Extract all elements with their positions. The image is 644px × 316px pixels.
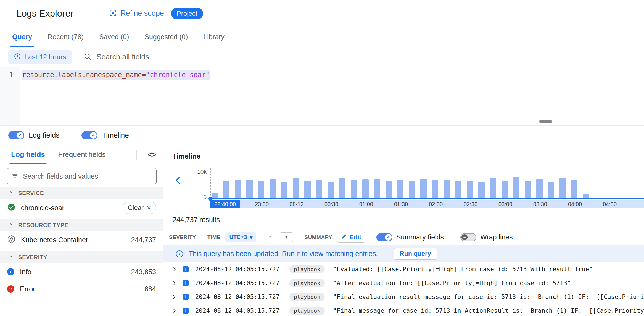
timeline-bar[interactable] xyxy=(490,178,496,198)
timeline-x-label: 03:30 xyxy=(533,200,547,208)
query-editor[interactable]: 1 resource.labels.namespace_name="chroni… xyxy=(0,67,644,126)
timeline-bar[interactable] xyxy=(397,180,403,198)
timeline-bar[interactable] xyxy=(525,181,531,198)
timezone-selector[interactable]: UTC+3 ▾ xyxy=(225,232,256,242)
tab-log-fields[interactable]: Log fields xyxy=(4,145,52,164)
timeline-bar[interactable] xyxy=(270,179,276,198)
timeline-bar[interactable] xyxy=(362,179,369,198)
timeline-bar[interactable] xyxy=(583,194,589,198)
timeline-bars[interactable] xyxy=(212,171,644,198)
timeline-bar[interactable] xyxy=(328,182,334,198)
summary-column-label: SUMMARY xyxy=(304,234,332,240)
log-row[interactable]: i2024-08-12 04:05:15.727playbook"After e… xyxy=(163,276,644,290)
field-badge[interactable]: playbook xyxy=(289,265,325,273)
clear-filter-button[interactable]: Clear × xyxy=(123,202,156,214)
timeline-bar[interactable] xyxy=(409,181,415,198)
timeline-bar[interactable] xyxy=(246,180,253,198)
field-item-info[interactable]: i Info 243,853 xyxy=(0,263,163,280)
summary-fields-toggle[interactable]: ✓ xyxy=(376,233,392,241)
search-all-fields[interactable] xyxy=(83,52,644,62)
run-query-button[interactable]: Run query xyxy=(394,248,437,260)
time-range-button[interactable]: Last 12 hours xyxy=(8,50,72,64)
expand-chevron-icon[interactable] xyxy=(171,308,177,314)
field-item-count: 884 xyxy=(144,285,156,293)
wrap-lines-toggle[interactable]: − xyxy=(460,233,476,241)
timeline-range-line[interactable] xyxy=(210,198,644,199)
tab-suggested[interactable]: Suggested (0) xyxy=(137,27,196,47)
field-badge[interactable]: playbook xyxy=(289,293,325,301)
tab-library[interactable]: Library xyxy=(196,27,232,47)
field-badge[interactable]: playbook xyxy=(289,279,325,287)
timeline-x-label: 23:30 xyxy=(255,200,269,208)
timeline-toggle[interactable]: ✓ xyxy=(81,131,97,139)
expand-chevron-icon[interactable] xyxy=(171,266,177,272)
section-resource-type-header[interactable]: RESOURCE TYPE xyxy=(0,219,163,231)
timeline-bar[interactable] xyxy=(258,181,264,198)
log-row[interactable]: i2024-08-12 04:05:15.727playbook"Final e… xyxy=(163,290,644,304)
tab-recent[interactable]: Recent (78) xyxy=(40,27,91,47)
timeline-bar[interactable] xyxy=(212,193,218,198)
expand-chevron-icon[interactable] xyxy=(171,280,177,286)
timeline-x-label: 01:30 xyxy=(394,200,408,208)
timeline-x-label: 04:00 xyxy=(568,200,582,208)
timeline-bar[interactable] xyxy=(536,179,543,198)
timeline-bar[interactable] xyxy=(513,177,519,198)
log-message: "Evaluated: [[Case.Priority]=High] From … xyxy=(333,266,593,273)
sort-ascending-button[interactable]: ↑ xyxy=(268,233,271,241)
timeline-bar[interactable] xyxy=(339,178,345,198)
search-all-fields-input[interactable] xyxy=(96,52,644,62)
divider xyxy=(202,233,202,241)
timeline-bar[interactable] xyxy=(235,180,241,198)
section-severity-header[interactable]: SEVERITY xyxy=(0,251,163,263)
timeline-bar[interactable] xyxy=(281,182,287,198)
timeline-bar[interactable] xyxy=(548,182,554,198)
fields-search-input[interactable] xyxy=(22,172,152,181)
time-column-label: TIME xyxy=(207,234,220,240)
field-item-chronicle-soar[interactable]: chronicle-soar Clear × xyxy=(0,199,163,216)
timeline-bar[interactable] xyxy=(293,178,299,198)
edit-summary-button[interactable]: Edit xyxy=(337,232,365,243)
timeline-bar[interactable] xyxy=(478,182,485,198)
collapse-panel-icon[interactable]: <> xyxy=(148,145,155,164)
tab-saved[interactable]: Saved (0) xyxy=(91,27,137,47)
tab-frequent-fields[interactable]: Frequent fields xyxy=(52,145,112,164)
project-scope-badge[interactable]: Project xyxy=(171,8,203,19)
timeline-bar[interactable] xyxy=(455,181,461,198)
timeline-bar[interactable] xyxy=(571,180,577,198)
field-badge[interactable]: playbook xyxy=(289,307,325,315)
timeline-bar[interactable] xyxy=(351,180,357,198)
timeline-bar[interactable] xyxy=(467,181,473,198)
column-options-dropdown[interactable]: ▾ xyxy=(280,232,293,242)
info-severity-chip: i xyxy=(183,280,189,286)
timeline-bar[interactable] xyxy=(374,179,380,198)
editor-resize-handle[interactable] xyxy=(539,120,552,123)
field-item-label: chronicle-soar xyxy=(21,204,64,212)
timeline-bar[interactable] xyxy=(444,180,450,198)
expand-chevron-icon[interactable] xyxy=(171,294,177,300)
timeline-bar[interactable] xyxy=(502,181,508,198)
timeline-bar[interactable] xyxy=(559,178,566,199)
log-row[interactable]: i2024-08-12 04:05:15.727playbook"Evaluat… xyxy=(163,262,644,276)
logs-explorer-app: Logs Explorer Refine scope Project Query… xyxy=(0,0,644,316)
timeline-bar[interactable] xyxy=(432,180,438,198)
timeline-bar[interactable] xyxy=(304,181,311,198)
tab-query[interactable]: Query xyxy=(4,27,40,47)
log-fields-toggle[interactable]: ✓ xyxy=(8,131,24,139)
log-row[interactable]: i2024-08-12 04:05:15.727playbook"Final m… xyxy=(163,304,644,316)
log-message: "Final evaluation result message for cas… xyxy=(333,293,644,300)
field-item-kubernetes-container[interactable]: Kubernetes Container 244,737 xyxy=(0,231,163,248)
fields-search-box[interactable] xyxy=(7,168,157,184)
clock-icon xyxy=(14,53,21,62)
timeline-bar[interactable] xyxy=(223,181,229,198)
timeline-prev-button[interactable] xyxy=(173,175,183,186)
field-item-error[interactable]: !! Error 884 xyxy=(0,280,163,297)
timeline-bar[interactable] xyxy=(420,179,427,198)
info-icon: i xyxy=(7,268,14,275)
timeline-bar[interactable] xyxy=(316,180,322,198)
query-code-line[interactable]: resource.labels.namespace_name="chronicl… xyxy=(22,71,210,79)
timeline-bar[interactable] xyxy=(386,181,392,198)
timeline-x-label: 02:30 xyxy=(464,200,477,208)
timeline-chart[interactable]: 10k 0 22:40:00 23:3008-1200:3001:0001:30… xyxy=(210,171,644,208)
section-service-header[interactable]: SERVICE xyxy=(0,187,163,199)
refine-scope-button[interactable]: Refine scope xyxy=(109,9,164,18)
